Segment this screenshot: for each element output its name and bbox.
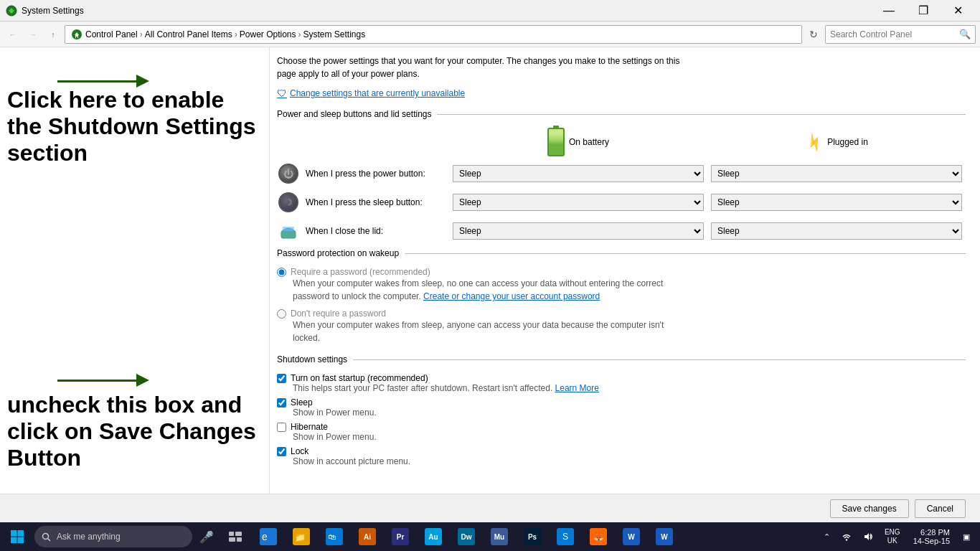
require-password-radio[interactable]: [277, 268, 286, 277]
taskbar-app-skype[interactable]: S: [550, 522, 581, 551]
clock[interactable]: 6:28 PM 14-Sep-15: [908, 528, 956, 545]
hibernate-checkbox[interactable]: [277, 423, 286, 432]
word2-icon: W: [656, 528, 673, 545]
password-section: Require a password (recommended) When yo…: [277, 267, 966, 344]
taskbar-search-text: Ask me anything: [57, 532, 121, 542]
sleep-checkbox-label[interactable]: Sleep: [277, 397, 966, 408]
svg-rect-5: [18, 530, 24, 537]
search-input[interactable]: [830, 29, 956, 39]
sleep-battery-select[interactable]: SleepDo nothingHibernateShut down: [453, 194, 704, 211]
action-center[interactable]: ▣: [958, 522, 974, 551]
taskbar-app-ps[interactable]: Ps: [517, 522, 548, 551]
sleep-circle-icon: [278, 192, 298, 212]
taskbar-app-word2[interactable]: W: [649, 522, 680, 551]
taskbar-app-explorer[interactable]: 📁: [286, 522, 317, 551]
bottom-bar: Save changes Cancel: [0, 494, 980, 522]
battery-icon: [547, 128, 565, 156]
title-bar-left: System Settings: [6, 5, 84, 17]
taskbar-app-store[interactable]: 🛍: [319, 522, 350, 551]
refresh-button[interactable]: ↻: [805, 26, 822, 43]
save-changes-button[interactable]: Save changes: [830, 499, 909, 518]
path-control-panel[interactable]: Control Panel: [85, 29, 138, 39]
arrow-1: [57, 75, 149, 88]
photoshop-icon: Ps: [524, 528, 541, 545]
taskbar-app-edge[interactable]: e: [253, 522, 284, 551]
lock-checkbox-label[interactable]: Lock: [277, 446, 966, 456]
task-view-button[interactable]: [221, 522, 250, 551]
search-icon: 🔍: [959, 29, 971, 39]
fast-startup-label[interactable]: Turn on fast startup (recommended): [277, 373, 966, 383]
power-plugged-select[interactable]: SleepDo nothingHibernateShut down: [711, 165, 962, 182]
change-settings-link[interactable]: 🛡 Change settings that are currently una…: [277, 88, 966, 99]
address-bar: ← → ↑ Control Panel › All Control Panel …: [0, 22, 980, 47]
windows-logo-icon: [10, 529, 24, 544]
volume-icon[interactable]: [859, 522, 877, 551]
taskbar-app-au[interactable]: Au: [418, 522, 449, 551]
hibernate-checkbox-label[interactable]: Hibernate: [277, 422, 966, 432]
power-col-battery: On battery: [449, 128, 707, 156]
restore-button[interactable]: ❐: [907, 0, 940, 22]
window-title: System Settings: [22, 6, 84, 16]
sleep-checkbox-text: Sleep: [291, 397, 313, 408]
svg-rect-12: [229, 537, 235, 542]
power-button-row: When I press the power button: SleepDo n…: [277, 162, 966, 185]
dont-require-desc: When your computer wakes from sleep, any…: [293, 319, 966, 344]
show-hidden-icons[interactable]: ⌃: [819, 522, 834, 551]
dont-require-text: Don't require a password: [291, 309, 386, 319]
create-password-link[interactable]: Create or change your user account passw…: [423, 291, 600, 301]
shutdown-section: Turn on fast startup (recommended) This …: [277, 373, 966, 466]
lid-close-label: When I close the lid:: [277, 220, 449, 242]
dont-require-label[interactable]: Don't require a password: [277, 309, 966, 319]
learn-more-link[interactable]: Learn More: [555, 383, 599, 393]
fast-startup-checkbox[interactable]: [277, 374, 286, 383]
taskbar-app-firefox[interactable]: 🦊: [583, 522, 614, 551]
taskbar-app-mu[interactable]: Mu: [484, 522, 515, 551]
taskbar-app-word[interactable]: W: [616, 522, 647, 551]
region-text: UK: [887, 537, 897, 545]
svg-marker-18: [864, 533, 869, 540]
up-button[interactable]: ↑: [44, 26, 62, 43]
svg-rect-3: [283, 227, 294, 232]
close-button[interactable]: ✕: [941, 0, 974, 22]
muse-icon: Mu: [491, 528, 508, 545]
premiere-icon: Pr: [392, 528, 409, 545]
path-power-options[interactable]: Power Options: [240, 29, 296, 39]
arrow-head-2: [136, 374, 149, 387]
svg-rect-6: [11, 537, 17, 544]
network-icon[interactable]: [837, 522, 856, 551]
store-icon: 🛍: [326, 528, 343, 545]
window-controls: — ❐ ✕: [872, 0, 974, 22]
dont-require-radio[interactable]: [277, 309, 286, 319]
sleep-button-row: When I press the sleep button: SleepDo n…: [277, 191, 966, 214]
taskbar-app-ai[interactable]: Ai: [352, 522, 383, 551]
power-battery-select[interactable]: SleepDo nothingHibernateShut down: [453, 165, 704, 182]
taskbar-mic[interactable]: 🎤: [192, 522, 221, 551]
time-display: 6:28 PM: [920, 528, 950, 537]
main-layout: Click here to enable the Shutdown Settin…: [0, 47, 980, 494]
cancel-button[interactable]: Cancel: [915, 499, 966, 518]
lid-plugged-select[interactable]: SleepDo nothingHibernateShut down: [711, 222, 962, 240]
power-button-icon-wrap: [277, 162, 300, 185]
minimize-button[interactable]: —: [872, 0, 905, 22]
svg-line-9: [48, 538, 51, 541]
sleep-item: Sleep Show in Power menu.: [277, 397, 966, 418]
start-button[interactable]: [0, 522, 34, 551]
lid-battery-select[interactable]: SleepDo nothingHibernateShut down: [453, 222, 704, 240]
sleep-checkbox[interactable]: [277, 398, 286, 408]
plug-icon: ⚡: [801, 130, 826, 155]
lid-icon: [278, 221, 298, 241]
search-box[interactable]: 🔍: [825, 25, 976, 44]
language-indicator[interactable]: ENG UK: [880, 528, 905, 545]
lock-checkbox[interactable]: [277, 447, 286, 456]
taskbar-search[interactable]: Ask me anything: [34, 526, 192, 547]
back-button[interactable]: ←: [4, 26, 22, 43]
require-password-label[interactable]: Require a password (recommended): [277, 267, 966, 277]
taskbar-app-pr[interactable]: Pr: [385, 522, 416, 551]
forward-button[interactable]: →: [24, 26, 42, 43]
taskbar-app-dw[interactable]: Dw: [451, 522, 482, 551]
dreamweaver-icon: Dw: [458, 528, 475, 545]
path-all-items[interactable]: All Control Panel Items: [145, 29, 232, 39]
audition-icon: Au: [425, 528, 442, 545]
sleep-button-label: When I press the sleep button:: [277, 191, 449, 214]
sleep-plugged-select[interactable]: SleepDo nothingHibernateShut down: [711, 194, 962, 211]
